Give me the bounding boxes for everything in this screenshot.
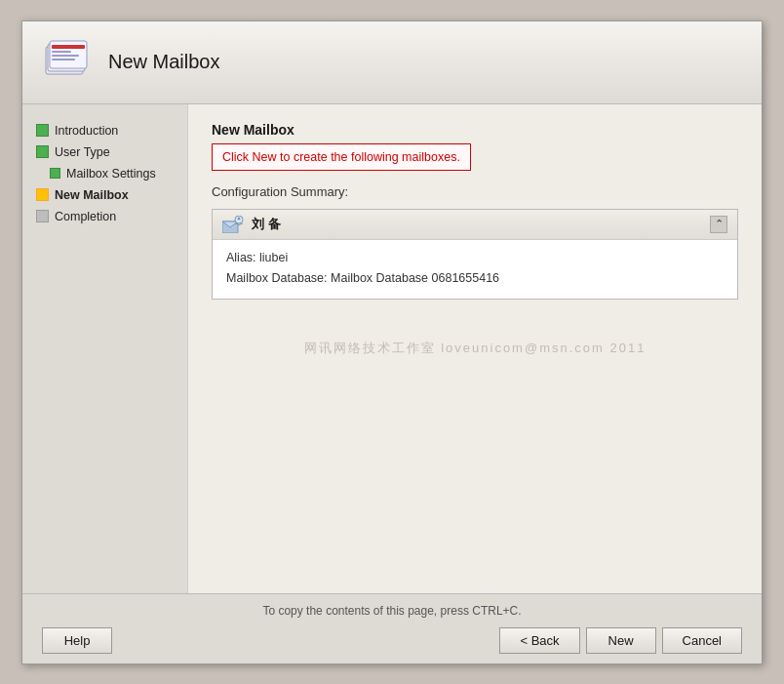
cancel-button[interactable]: Cancel [662,627,742,654]
alias-row: Alias: liubei [226,248,724,268]
sidebar: Introduction User Type Mailbox Settings … [22,104,188,593]
sidebar-item-new-mailbox: New Mailbox [22,184,187,206]
collapse-button[interactable]: ⌃ [710,216,727,233]
sidebar-label-introduction: Introduction [55,124,118,138]
sidebar-item-user-type: User Type [22,141,187,163]
svg-rect-3 [52,45,85,49]
entry-name: 刘 备 [252,216,281,233]
svg-rect-5 [52,55,79,57]
status-icon-completion [36,210,49,222]
sidebar-item-completion: Completion [22,206,187,227]
status-icon-new-mailbox [36,188,49,201]
mailbox-db-row: Mailbox Database: Mailbox Database 06816… [226,268,724,289]
sidebar-item-introduction: Introduction [22,120,187,141]
alert-box: Click New to create the following mailbo… [212,143,471,171]
watermark: 网讯网络技术工作室 loveunicom@msn.com 2011 [304,340,647,357]
dialog-footer: To copy the contents of this page, press… [22,593,762,664]
svg-rect-6 [52,59,75,60]
sidebar-label-user-type: User Type [55,145,110,159]
sidebar-label-new-mailbox: New Mailbox [55,188,129,202]
new-mailbox-dialog: New Mailbox Introduction User Type Mailb… [21,20,763,664]
sidebar-label-mailbox-settings: Mailbox Settings [66,167,156,181]
config-entry: 刘 备 ⌃ Alias: liubei Mailbox Database: Ma… [212,209,738,301]
status-icon-mailbox-settings [50,168,60,179]
new-button[interactable]: New [586,627,656,654]
config-summary-label: Configuration Summary: [212,184,738,199]
status-icon-user-type [36,145,49,158]
config-entry-body: Alias: liubei Mailbox Database: Mailbox … [213,240,737,300]
wizard-icon [42,37,93,88]
config-entry-header-left: 刘 备 [222,216,281,233]
sidebar-item-mailbox-settings: Mailbox Settings [22,163,187,184]
back-button[interactable]: < Back [499,627,579,654]
right-button-group: < Back New Cancel [499,627,742,654]
dialog-body: Introduction User Type Mailbox Settings … [22,104,762,593]
alias-value: liubei [259,251,288,264]
dialog-title: New Mailbox [108,51,219,73]
footer-hint: To copy the contents of this page, press… [262,604,521,618]
svg-point-10 [238,217,241,220]
status-icon-introduction [36,124,49,137]
main-content: New Mailbox Click New to create the foll… [188,104,762,593]
alias-label: Alias: [226,251,256,264]
section-title: New Mailbox [212,122,738,138]
sidebar-label-completion: Completion [55,210,116,223]
svg-rect-4 [52,51,71,53]
mailbox-db-label: Mailbox Database: [226,271,328,285]
help-button[interactable]: Help [42,627,112,654]
footer-buttons: Help < Back New Cancel [42,627,742,654]
mailbox-db-value: Mailbox Database 0681655416 [331,271,499,285]
config-entry-header: 刘 备 ⌃ [213,210,737,240]
user-mailbox-icon [222,216,244,233]
dialog-header: New Mailbox [22,21,762,104]
